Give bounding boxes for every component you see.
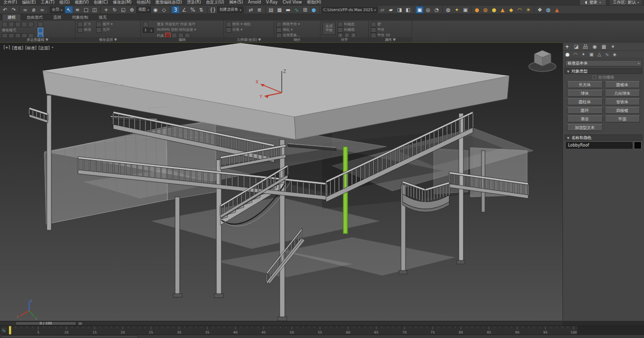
render-production-teapot-icon[interactable]: ● [473,6,481,14]
material-explorer-icon[interactable]: ◍ [444,6,452,14]
light-lister-icon[interactable]: ✦ [453,6,461,14]
cut-button[interactable]: 切割 [171,27,178,32]
menu-item[interactable]: Civil View [280,0,305,5]
menu-item[interactable]: 创建(C) [91,0,110,5]
signin-button[interactable]: ◖ 登录 ▾ [580,0,606,5]
walkthrough-hand-icon[interactable]: ✥ [536,6,544,14]
select-by-name-icon[interactable]: ≡ [73,6,82,14]
menu-item[interactable]: 脚本(S) [226,0,245,5]
menu-item[interactable]: 图形编辑器(D) [153,0,184,5]
ribbon-toggle-icon[interactable]: ▬ [284,6,292,14]
object-color-swatch[interactable] [634,142,641,149]
undo-icon[interactable]: ↶ [1,6,9,14]
edit-named-selection-sets-icon[interactable]: {} [209,6,217,14]
smooth-edges-button[interactable]: 平滑 [371,27,390,32]
angle-snap-icon[interactable]: ∠ [180,6,188,14]
render-last-icon[interactable]: ◔ [433,6,441,14]
layer-explorer-icon[interactable]: ▦ [276,6,284,14]
primitive-cylinder-button[interactable]: 圆柱体 [567,98,603,105]
shrink-button[interactable]: 收缩 [77,27,91,32]
select-and-link-icon[interactable]: ∞ [21,6,29,14]
align-icon[interactable]: ≣ [256,6,264,14]
bind-to-space-warp-icon[interactable]: ≈ [38,6,46,14]
selection-filter-dropdown[interactable]: 全部▾ [50,7,64,13]
geometry-category-icon[interactable]: ● [566,52,570,57]
section-label-properties[interactable]: 属性 ▼ [369,37,412,43]
vertex-mode-icon[interactable] [2,22,8,27]
menu-item[interactable]: 文件(F) [1,0,20,5]
quick-slice-button[interactable]: 快速切片 [165,22,179,27]
menu-item[interactable]: 工具(T) [38,0,57,5]
ribbon-tab-填充[interactable]: 填充 [94,14,112,21]
create-tab-icon[interactable]: + [565,44,569,49]
name-color-rollout-header[interactable]: ▼ 名称和颜色 [565,134,642,141]
vray-ipr-icon[interactable]: ◆ [507,6,515,14]
time-slider[interactable]: 0 / 100 > [0,321,562,325]
menu-item[interactable]: 动画(A) [134,0,153,5]
primitive-box-button[interactable]: 长方体 [567,81,603,88]
curve-editor-icon[interactable]: ∿ [293,6,301,14]
use-pivot-center-icon[interactable]: ◉ [151,6,159,14]
menu-item[interactable]: 修改器(M) [110,0,134,5]
collapse-button[interactable]: 塌陷 [244,22,251,27]
named-selection-sets-dropdown[interactable]: 创建选择集▾ [217,7,244,13]
modify-tab-icon[interactable]: ◪ [574,44,578,49]
attach-button[interactable]: 附加 ▾ [226,22,243,27]
primitive-plane-button[interactable]: 平面 [605,115,640,122]
primitive-geosphere-button[interactable]: 几何球体 [605,90,640,97]
lock-selection-icon[interactable]: ▣ [461,6,469,14]
menu-item[interactable]: 帮助(H) [304,0,324,5]
section-label-modify-selection[interactable]: 修改选择 ▼ [75,37,140,43]
ribbon-tab-对象绘制[interactable]: 对象绘制 [67,14,93,21]
ribbon-tab-自由形式[interactable]: 自由形式 [22,14,48,21]
next-frame-button[interactable]: > [77,321,83,325]
edit-spinner[interactable]: 1⇕ [143,28,154,33]
paint-connect-button[interactable]: 绘制连接 ▾ [179,27,196,32]
scene-explorer-icon[interactable]: ▤ [267,6,275,14]
cameras-category-icon[interactable]: ▣ [589,52,594,57]
select-object-icon[interactable]: ↖ [65,6,73,14]
scene-notes-icon[interactable]: ▱ [378,6,386,14]
view-cube[interactable] [529,50,556,72]
display-tab-icon[interactable]: ▦ [602,44,606,49]
percent-snap-icon[interactable]: % [189,6,197,14]
motion-tab-icon[interactable]: ◉ [593,44,597,49]
nurms-button[interactable]: NURMS [157,27,170,32]
element-mode-icon[interactable] [28,22,34,27]
primitive-teapot-button[interactable]: 茶壶 [567,115,603,122]
section-label-polygon-modeling[interactable]: 多边形建模 ▼ [0,37,75,43]
archive-icon[interactable]: ◧ [404,6,412,14]
utilities-tab-icon[interactable]: ✶ [611,44,615,49]
mini-curve-editor-icon[interactable]: ∿ [1,327,7,333]
menu-item[interactable]: Arnold [246,0,264,5]
primitive-torus-button[interactable]: 圆环 [567,107,603,114]
globe-icon[interactable]: ◍ [544,6,552,14]
primitive-pyramid-button[interactable]: 四棱锥 [605,107,640,114]
preserve-uvs-icon[interactable] [143,22,148,27]
primitive-tube-button[interactable]: 管状体 [605,98,640,105]
vray-dome-icon[interactable]: ◠ [516,6,524,14]
polygon-mode-icon[interactable] [22,22,27,27]
redo-icon[interactable]: ↷ [10,6,18,14]
rendered-frame-window-icon[interactable]: ◎ [424,6,432,14]
vray-frame-buffer-icon[interactable]: ▲ [499,6,507,14]
space-warps-category-icon[interactable]: ∿ [605,52,609,57]
mesh-smooth-button[interactable]: 网格平滑 ▾ [276,22,300,27]
select-and-rotate-icon[interactable]: ↻ [111,6,119,14]
systems-category-icon[interactable]: ◈ [613,52,616,57]
viewport-menu-plus[interactable]: [+] [4,45,10,51]
grid-align-button[interactable]: 到栅格 [338,27,356,32]
roof-slab[interactable] [43,43,509,140]
autogrid-checkbox[interactable] [593,76,596,79]
object-name-input[interactable]: LobbyRoof [566,142,632,149]
select-and-scale-icon[interactable]: ◱ [119,6,127,14]
mirror-icon[interactable]: ⇄ [247,6,255,14]
snap-toggle-3d-icon[interactable]: 3 [172,6,180,14]
rectangular-selection-region-icon[interactable]: □ [82,6,90,14]
menu-item[interactable]: 编辑(E) [20,0,38,5]
perspective-viewport[interactable]: [+] [透视] [标准] [边面] ▾ [0,43,562,321]
menu-item[interactable]: 视图(V) [72,0,92,5]
section-label-align[interactable]: 对齐 [320,37,368,43]
spinner-snap-icon[interactable]: ⇅ [197,6,205,14]
menu-item[interactable]: 自定义(U) [203,0,226,5]
